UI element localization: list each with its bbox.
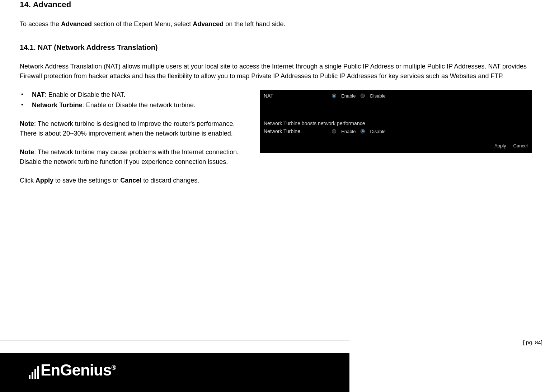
intro-bold-1: Advanced	[61, 20, 92, 28]
nat-disable-label: Disable	[370, 93, 385, 99]
turbine-disable-radio[interactable]	[361, 129, 365, 133]
logo-registered-mark: ®	[111, 364, 116, 371]
turbine-enable-label: Enable	[341, 129, 356, 134]
intro-paragraph: To access the Advanced section of the Ex…	[20, 19, 530, 29]
click-instructions: Click Apply to save the settings or Canc…	[20, 176, 249, 185]
nat-enable-radio[interactable]	[332, 94, 336, 98]
logo-signal-icon	[29, 366, 39, 379]
intro-text-1: To access the	[20, 20, 61, 28]
click-apply-bold: Apply	[36, 177, 53, 184]
boost-text: Network Turbine boosts network performan…	[260, 120, 532, 127]
settings-list: NAT: Enable or Disable the NAT. Network …	[20, 90, 249, 110]
note-paragraph-2: Note: The network turbine may cause prob…	[20, 147, 249, 167]
list-item: Network Turbine: Enable or Disable the n…	[32, 100, 249, 110]
note-text: : The network turbine is designed to imp…	[20, 120, 235, 137]
click-text-1: Click	[20, 177, 36, 184]
router-ui-screenshot: NAT Enable Disable Network Turbine boost…	[260, 90, 532, 153]
list-item-text: : Enable or Disable the network turbine.	[83, 101, 196, 109]
list-item-bold: NAT	[32, 91, 45, 98]
engenius-logo: EnGenius®	[29, 361, 116, 379]
intro-text-3: on the left hand side.	[224, 20, 285, 28]
click-text-2: to save the settings or	[53, 177, 120, 184]
nat-disable-radio[interactable]	[361, 94, 365, 98]
nat-enable-label: Enable	[341, 93, 356, 99]
list-item: NAT: Enable or Disable the NAT.	[32, 90, 249, 100]
click-cancel-bold: Cancel	[120, 177, 141, 184]
turbine-enable-radio[interactable]	[332, 129, 336, 133]
note-bold: Note	[20, 120, 34, 127]
turbine-disable-label: Disable	[370, 129, 385, 134]
note-bold: Note	[20, 148, 34, 156]
note-paragraph-1: Note: The network turbine is designed to…	[20, 119, 249, 138]
turbine-label: Network Turbine	[264, 128, 332, 134]
page-number: [ pg. 84]	[523, 339, 542, 345]
nat-label: NAT	[264, 93, 332, 99]
subsection-heading: 14.1. NAT (Network Address Translation)	[20, 43, 530, 52]
list-item-bold: Network Turbine	[32, 101, 83, 109]
cancel-button[interactable]: Cancel	[513, 143, 528, 148]
logo-text: EnGenius®	[41, 361, 116, 379]
footer-divider	[0, 340, 349, 340]
intro-bold-2: Advanced	[193, 20, 224, 28]
note-text: : The network turbine may cause problems…	[20, 148, 239, 165]
click-text-3: to discard changes.	[141, 177, 199, 184]
intro-text-2: section of the Expert Menu, select	[92, 20, 193, 28]
list-item-text: : Enable or Disable the NAT.	[45, 91, 126, 98]
section-heading: 14. Advanced	[20, 0, 530, 9]
apply-button[interactable]: Apply	[494, 143, 506, 148]
description-paragraph: Network Address Translation (NAT) allows…	[20, 62, 530, 81]
